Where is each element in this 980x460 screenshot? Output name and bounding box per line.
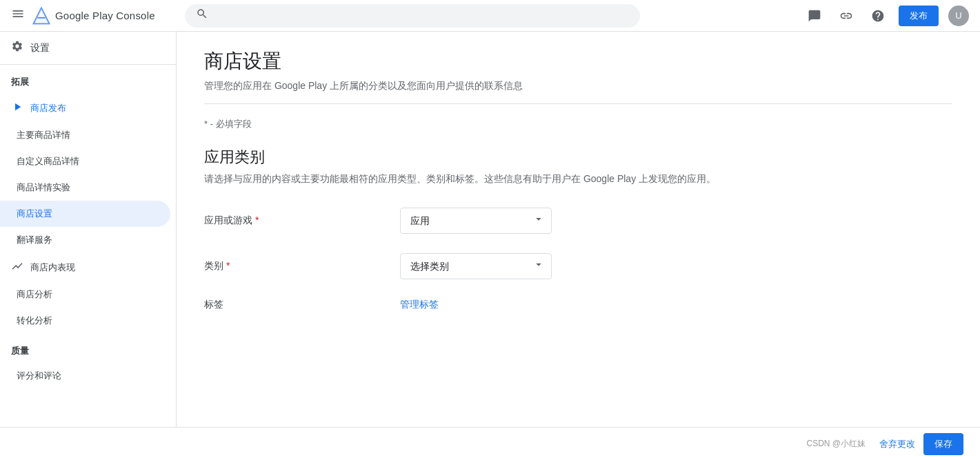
layout: 设置 拓展 商店发布 主要商品详情 自定义商品详情 商品详情实验 商店设置 <box>0 32 980 427</box>
section2-label: 商店内表现 <box>30 261 75 274</box>
section3-label: 质量 <box>0 334 176 363</box>
logo-icon <box>32 6 51 26</box>
conversion-analysis-label: 转化分析 <box>17 314 52 327</box>
app-or-game-select[interactable]: 应用 游戏 <box>400 208 552 234</box>
required-star-2: * <box>226 260 230 271</box>
main-details-label: 主要商品详情 <box>17 129 70 141</box>
sidebar-parent-label: 商店发布 <box>30 102 66 114</box>
menu-icon[interactable] <box>11 7 25 24</box>
category-select[interactable]: 选择类别 工具 教育 娱乐 商务 <box>400 253 552 279</box>
brand-name: Google Play Console <box>55 10 155 21</box>
app-or-game-row: 应用或游戏 * 应用 游戏 <box>204 208 952 234</box>
search-input[interactable] <box>215 10 629 21</box>
category-label: 类别 * <box>204 260 383 272</box>
notification-icon[interactable] <box>803 5 826 27</box>
search-bar <box>185 4 640 28</box>
required-note: * - 必填字段 <box>204 118 952 130</box>
category-select-wrapper: 选择类别 工具 教育 娱乐 商务 <box>400 253 552 279</box>
logo-area: Google Play Console <box>32 6 155 26</box>
publish-button[interactable]: 发布 <box>899 6 939 26</box>
app-or-game-select-wrapper: 应用 游戏 <box>400 208 552 234</box>
sidebar-item-conversion-analysis[interactable]: 转化分析 <box>0 308 170 334</box>
details-experiment-label: 商品详情实验 <box>17 181 70 194</box>
section-title: 应用类别 <box>204 147 952 168</box>
section-expand-label: 拓展 <box>0 65 176 94</box>
custom-details-label: 自定义商品详情 <box>17 155 79 168</box>
tags-label: 标签 <box>204 299 383 311</box>
sub-items-2: 商店分析 转化分析 <box>0 281 176 334</box>
sidebar-item-ratings[interactable]: 评分和评论 <box>0 363 170 389</box>
link-icon[interactable] <box>835 5 857 27</box>
category-row: 类别 * 选择类别 工具 教育 娱乐 商务 <box>204 253 952 279</box>
header-left: Google Play Console <box>11 6 177 26</box>
sidebar-item-main-details[interactable]: 主要商品详情 <box>0 122 170 148</box>
svg-marker-1 <box>34 8 49 23</box>
footer-bar: CSDN @小红妹 舍弃更改 保存 <box>0 427 980 460</box>
sidebar-item-details-experiment[interactable]: 商品详情实验 <box>0 174 170 201</box>
manage-tags-link[interactable]: 管理标签 <box>400 299 439 311</box>
header: Google Play Console 发布 U <box>0 0 980 32</box>
search-icon <box>196 8 208 23</box>
sub-items-3: 评分和评论 <box>0 363 176 389</box>
section-desc: 请选择与应用的内容或主要功能最相符的应用类型、类别和标签。这些信息有助于用户在 … <box>204 173 952 186</box>
ratings-label: 评分和评论 <box>17 370 61 382</box>
main-content: 商店设置 管理您的应用在 Google Play 上所属的分类以及您面向用户提供… <box>177 32 980 427</box>
tags-row: 标签 管理标签 <box>204 299 952 311</box>
store-publish-icon <box>11 101 23 115</box>
store-settings-label: 商店设置 <box>17 208 52 220</box>
settings-icon <box>11 40 23 56</box>
csdn-badge: CSDN @小红妹 <box>806 438 866 450</box>
sidebar-item-store-settings[interactable]: 商店设置 <box>0 201 170 227</box>
discard-button[interactable]: 舍弃更改 <box>879 438 915 450</box>
translation-label: 翻译服务 <box>17 234 52 246</box>
settings-label: 设置 <box>30 42 50 54</box>
sidebar-item-store-publish[interactable]: 商店发布 <box>0 94 170 122</box>
sidebar-item-store-analysis[interactable]: 商店分析 <box>0 281 170 308</box>
sidebar-item-custom-details[interactable]: 自定义商品详情 <box>0 148 170 174</box>
page-subtitle: 管理您的应用在 Google Play 上所属的分类以及您面向用户提供的联系信息 <box>204 80 952 92</box>
header-right: 发布 U <box>803 5 969 27</box>
sub-items: 主要商品详情 自定义商品详情 商品详情实验 商店设置 翻译服务 <box>0 122 176 253</box>
sidebar-settings[interactable]: 设置 <box>0 32 176 65</box>
divider <box>204 103 952 104</box>
app-or-game-label: 应用或游戏 * <box>204 214 383 227</box>
help-icon[interactable] <box>867 5 889 27</box>
page-title: 商店设置 <box>204 48 952 74</box>
store-analysis-label: 商店分析 <box>17 288 52 301</box>
sidebar-item-translation[interactable]: 翻译服务 <box>0 227 170 253</box>
performance-icon <box>11 260 23 274</box>
avatar[interactable]: U <box>948 6 969 26</box>
required-star-1: * <box>255 214 259 226</box>
save-button[interactable]: 保存 <box>923 433 963 455</box>
sidebar-item-store-performance-parent[interactable]: 商店内表现 <box>0 253 170 281</box>
sidebar: 设置 拓展 商店发布 主要商品详情 自定义商品详情 商品详情实验 商店设置 <box>0 32 177 427</box>
